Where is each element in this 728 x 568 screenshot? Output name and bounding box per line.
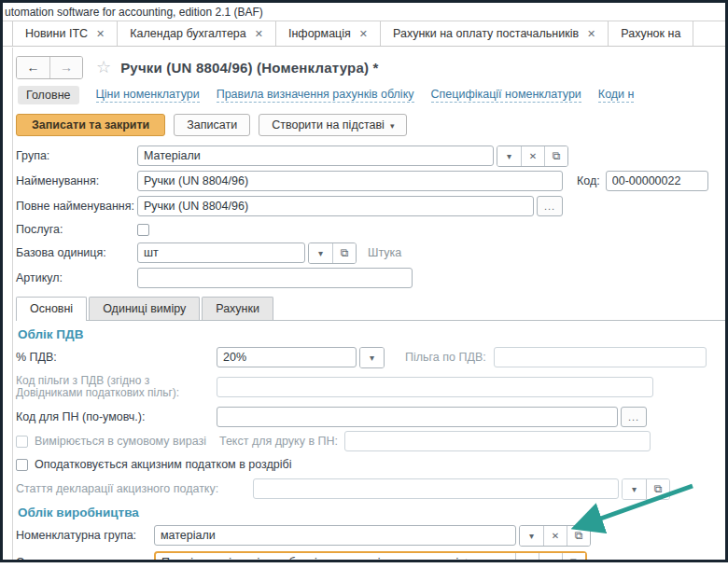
nomenclature-group-field-buttons: ▾ ✕ ⧉: [519, 525, 591, 547]
vat-benefit-input[interactable]: [494, 347, 707, 367]
dropdown-icon[interactable]: ▾: [520, 526, 543, 546]
left-rail-divider: [12, 48, 13, 560]
open-icon[interactable]: ⧉: [562, 553, 585, 563]
group-label: Група:: [16, 149, 137, 162]
clear-icon[interactable]: ✕: [521, 146, 544, 166]
navlink-tsiny[interactable]: Ціни номенклатури: [96, 88, 200, 103]
name-label: Найменування:: [16, 174, 137, 187]
window-titlebar: utomation software for accounting, editi…: [3, 3, 725, 21]
form-content: ← → ☆ Ручки (UN 8804/96) (Номенклатура) …: [3, 47, 725, 562]
vat-benefit-code-input[interactable]: [217, 377, 653, 397]
row-full-name: Повне найменування: ...: [16, 196, 725, 216]
open-icon[interactable]: ⧉: [646, 479, 669, 499]
full-name-input[interactable]: [137, 196, 534, 216]
open-icon[interactable]: ⧉: [567, 526, 590, 546]
header-row: ← → ☆ Ручки (UN 8804/96) (Номенклатура) …: [16, 54, 725, 80]
tab-novyny-its[interactable]: Новини ІТС ✕: [12, 21, 117, 46]
cost-item-input[interactable]: [156, 553, 515, 563]
row-name: Найменування: Код:: [16, 171, 725, 191]
tab-osnovni[interactable]: Основні: [16, 297, 87, 321]
dropdown-icon[interactable]: ▾: [497, 146, 521, 166]
code-label: Код:: [577, 174, 600, 187]
close-icon[interactable]: ✕: [96, 28, 105, 40]
group-input[interactable]: [137, 145, 494, 166]
app-window: utomation software for accounting, editi…: [0, 0, 728, 562]
nomenclature-group-label: Номенклатурна група:: [16, 529, 154, 542]
base-unit-field-buttons: ▾ ⧉: [308, 242, 357, 264]
production-section-heading: Облік виробництва: [18, 506, 725, 520]
name-input[interactable]: [137, 171, 563, 191]
forward-button[interactable]: →: [49, 57, 82, 78]
dropdown-icon[interactable]: ▾: [515, 553, 539, 563]
article-label: Артикул:: [16, 271, 137, 284]
vat-section-heading: Облік ПДВ: [18, 327, 725, 341]
row-pn-code: Код для ПН (по-умовч.): ...: [16, 407, 725, 427]
ellipsis-icon[interactable]: ...: [621, 407, 647, 427]
pn-code-input[interactable]: [217, 407, 618, 427]
open-icon[interactable]: ⧉: [544, 146, 567, 166]
row-excise-article: Стаття декларації акцизного податку: ▾ ⧉: [16, 478, 725, 499]
back-button[interactable]: ←: [17, 57, 49, 78]
tab-rakhunky-oplatu[interactable]: Рахунки на оплату постачальників ✕: [380, 21, 608, 46]
back-icon: ←: [27, 60, 40, 75]
navlink-holovne[interactable]: Головне: [18, 86, 79, 104]
row-sum-measure: Вимірюється в сумовому виразі Текст для …: [16, 432, 725, 450]
close-icon[interactable]: ✕: [587, 28, 595, 40]
open-icon[interactable]: ⧉: [332, 243, 356, 263]
vat-benefit-code-label: Код пільги з ПДВ (згідно зДовідниками по…: [16, 375, 217, 399]
excise-article-field-buttons: ▾ ⧉: [622, 478, 670, 500]
base-unit-input[interactable]: [137, 242, 305, 263]
excise-article-input[interactable]: [253, 478, 619, 499]
clear-icon[interactable]: ✕: [543, 526, 567, 546]
row-cost-item: Стаття витрат: ▾ ⧉: [16, 550, 725, 562]
tab-odynytsi-vymiru[interactable]: Одиниці виміру: [89, 297, 200, 320]
cost-item-highlighted-field: ▾ ⧉: [154, 551, 587, 563]
excise-label: Оподатковується акцизним податком в розд…: [35, 458, 291, 471]
sum-measure-checkbox[interactable]: [16, 436, 28, 448]
history-nav: ← →: [16, 56, 83, 79]
tab-label: Новини ІТС: [25, 27, 88, 40]
command-bar: Записати та закрити Записати Створити на…: [16, 112, 725, 138]
vat-rate-label: % ПДВ:: [16, 351, 217, 364]
row-vat-benefit-code: Код пільги з ПДВ (згідно зДовідниками по…: [16, 372, 725, 402]
tab-kalendar[interactable]: Календар бухгалтера ✕: [117, 21, 275, 46]
pn-print-label: Текст для друку в ПН:: [219, 435, 338, 448]
code-input[interactable]: [606, 171, 708, 191]
article-input[interactable]: [137, 268, 413, 288]
navlink-spetsyfikatsii[interactable]: Специфікації номенклатури: [431, 88, 581, 103]
group-field-buttons: ▾ ✕ ⧉: [497, 145, 568, 167]
tab-label: Інформація: [288, 27, 351, 40]
tab-rakhunok-na[interactable]: Рахунок на: [608, 21, 693, 46]
close-icon[interactable]: ✕: [359, 28, 368, 40]
pn-print-input[interactable]: [344, 431, 651, 451]
create-based-on-button[interactable]: Створити на підставі▾: [259, 114, 407, 136]
navlink-pravyla[interactable]: Правила визначення рахунків обліку: [217, 88, 414, 103]
ellipsis-icon[interactable]: ...: [537, 196, 563, 216]
save-button[interactable]: Записати: [174, 114, 250, 136]
vat-benefit-label: Пільга по ПДВ:: [405, 351, 486, 364]
cost-item-label: Стаття витрат:: [16, 556, 154, 562]
tab-rakhunky[interactable]: Рахунки: [202, 297, 273, 320]
row-base-unit: Базова одиниця: ▾ ⧉ Штука: [16, 242, 725, 263]
row-nomenclature-group: Номенклатурна група: ▾ ✕ ⧉: [16, 525, 725, 546]
row-group: Група: ▾ ✕ ⧉: [16, 145, 725, 166]
vat-rate-input[interactable]: [217, 347, 357, 367]
service-checkbox[interactable]: [137, 224, 149, 236]
tab-label: Рахунки на оплату постачальників: [393, 27, 579, 40]
dropdown-icon[interactable]: ▾: [623, 479, 646, 499]
dropdown-icon[interactable]: ▾: [309, 243, 332, 263]
nomenclature-group-input[interactable]: [154, 525, 516, 546]
create-based-on-label: Створити на підставі: [272, 118, 385, 132]
excise-checkbox[interactable]: [16, 459, 28, 471]
tab-label: Рахунок на: [621, 27, 680, 40]
tab-label: Календар бухгалтера: [130, 27, 245, 40]
dropdown-icon[interactable]: ▾: [360, 348, 384, 367]
tab-informatsiia[interactable]: Інформація ✕: [275, 21, 380, 46]
clear-icon[interactable]: [539, 553, 562, 563]
save-and-close-button[interactable]: Записати та закрити: [16, 114, 165, 136]
favorite-star-icon[interactable]: ☆: [96, 57, 111, 77]
row-article: Артикул:: [16, 268, 725, 288]
row-excise: Оподатковується акцизним податком в розд…: [16, 455, 725, 474]
close-icon[interactable]: ✕: [255, 28, 263, 40]
navlink-kody[interactable]: Коди н: [598, 88, 635, 103]
